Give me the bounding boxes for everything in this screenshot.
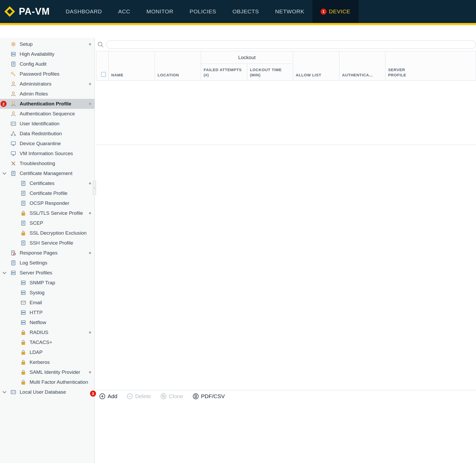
sidebar-item-local-user-database[interactable]: Local User Database: [0, 387, 94, 397]
column-header-server-profile[interactable]: SERVER PROFILE: [385, 51, 476, 81]
sidebar-item-kerberos[interactable]: Kerberos: [0, 357, 94, 367]
column-header-lockout-time[interactable]: LOCKOUT TIME (MIN): [247, 64, 293, 81]
sidebar-item-ssh-service-profile[interactable]: SSH Service Profile: [0, 238, 94, 248]
nav-tab-device[interactable]: 1 DEVICE: [312, 0, 359, 23]
clone-button[interactable]: Clone: [160, 393, 183, 399]
server-icon: [20, 280, 27, 286]
sidebar-item-certificate-profile[interactable]: Certificate Profile: [0, 188, 94, 198]
monitor-icon: [10, 141, 17, 146]
pdf-csv-button[interactable]: PDF/CSV: [193, 393, 225, 399]
status-dot: [89, 252, 91, 254]
delete-button[interactable]: Delete: [127, 393, 151, 399]
nav-tab-network[interactable]: NETWORK: [267, 0, 312, 23]
wrench-icon: [10, 161, 17, 166]
sidebar-item-tacacs[interactable]: TACACS+: [0, 337, 94, 347]
sidebar-item-certificate-management[interactable]: Certificate Management: [0, 168, 94, 178]
column-header-allow-list[interactable]: ALLOW LIST: [293, 51, 339, 81]
step-badge-3: 3: [90, 391, 96, 397]
sidebar-item-ssl-decryption-exclusion[interactable]: SSL Decryption Exclusion: [0, 228, 94, 238]
gear-icon: [10, 41, 17, 47]
sidebar-item-netflow[interactable]: Netflow: [0, 318, 94, 328]
doc-icon: [20, 200, 27, 206]
sidebar-item-setup[interactable]: Setup: [0, 39, 94, 49]
sidebar-item-vm-information-sources[interactable]: VM Information Sources: [0, 149, 94, 159]
sidebar-item-log-settings[interactable]: Log Settings: [0, 258, 94, 268]
add-button[interactable]: Add: [99, 393, 117, 399]
nav-tab-acc[interactable]: ACC: [110, 0, 138, 23]
chevron-down-icon[interactable]: [2, 391, 7, 393]
sidebar-item-troubleshooting[interactable]: Troubleshooting: [0, 159, 94, 168]
sidebar-item-data-redistribution[interactable]: Data Redistribution: [0, 129, 94, 139]
status-dot: [89, 83, 91, 85]
sidebar-item-high-availability[interactable]: High Availability: [0, 49, 94, 59]
sidebar-splitter-handle[interactable]: ‹: [93, 180, 96, 195]
auth-profile-table: NAME LOCATION Lockout ALLOW LIST AUTHENT…: [96, 51, 476, 81]
sidebar-item-authentication-profile[interactable]: Authentication Profile 2: [0, 99, 94, 109]
column-header-authentication[interactable]: AUTHENTICA...: [339, 51, 385, 81]
lock-icon: [20, 340, 27, 345]
sidebar-item-admin-roles[interactable]: Admin Roles: [0, 89, 94, 99]
status-dot: [89, 182, 91, 184]
sidebar-item-config-audit[interactable]: Config Audit: [0, 59, 94, 69]
sidebar: Setup High Availability Config Audit Pas…: [0, 38, 95, 463]
page-body: Setup High Availability Config Audit Pas…: [0, 38, 476, 463]
chevron-down-icon[interactable]: [2, 172, 7, 175]
clone-icon: [160, 393, 167, 399]
person-icon: [10, 101, 17, 107]
sidebar-item-ssl-tls-service-profile[interactable]: SSL/TLS Service Profile: [0, 208, 94, 218]
sidebar-item-administrators[interactable]: Administrators: [0, 79, 94, 89]
sidebar-item-server-profiles[interactable]: Server Profiles: [0, 268, 94, 278]
person-icon: [10, 91, 17, 97]
sidebar-item-ldap[interactable]: LDAP: [0, 347, 94, 357]
sidebar-item-snmp-trap[interactable]: SNMP Trap: [0, 278, 94, 288]
doc-icon: [20, 240, 27, 246]
sidebar-item-authentication-sequence[interactable]: Authentication Sequence: [0, 109, 94, 119]
sidebar-item-user-identification[interactable]: User Identification: [0, 119, 94, 129]
top-nav: DASHBOARD ACC MONITOR POLICIES OBJECTS N…: [58, 0, 359, 23]
server-icon: [20, 310, 27, 315]
lock-icon: [20, 210, 27, 216]
sidebar-item-device-quarantine[interactable]: Device Quarantine: [0, 139, 94, 149]
nav-tab-monitor[interactable]: MONITOR: [138, 0, 182, 23]
app-title: PA-VM: [19, 6, 50, 17]
chevron-down-icon[interactable]: [2, 272, 7, 274]
table-empty-body: [96, 81, 476, 145]
sidebar-item-http[interactable]: HTTP: [0, 308, 94, 318]
person-icon: [10, 111, 17, 117]
lock-icon: [20, 230, 27, 236]
column-header-failed-attempts[interactable]: FAILED ATTEMPTS (#): [201, 64, 247, 81]
status-dot: [89, 371, 91, 373]
sidebar-item-saml-identity-provider[interactable]: SAML Identity Provider: [0, 367, 94, 377]
status-dot: [89, 103, 91, 105]
lock-icon: [20, 379, 27, 385]
app-logo: PA-VM: [0, 0, 58, 23]
sidebar-item-password-profiles[interactable]: Password Profiles: [0, 69, 94, 79]
select-all-checkbox[interactable]: [101, 72, 106, 77]
doc-icon: [20, 190, 27, 196]
status-dot: [89, 43, 91, 45]
search-bar: [96, 38, 476, 51]
sidebar-item-radius[interactable]: RADIUS: [0, 328, 94, 337]
sidebar-item-response-pages[interactable]: Response Pages: [0, 248, 94, 258]
column-header-location[interactable]: LOCATION: [155, 51, 201, 81]
sidebar-item-scep[interactable]: SCEP: [0, 218, 94, 228]
nav-tab-objects[interactable]: OBJECTS: [224, 0, 267, 23]
sidebar-item-certificates[interactable]: Certificates: [0, 178, 94, 188]
server-icon: [20, 290, 27, 296]
sidebar-item-syslog[interactable]: Syslog: [0, 288, 94, 298]
nav-tab-dashboard[interactable]: DASHBOARD: [58, 0, 110, 23]
doc-icon: [10, 61, 17, 67]
search-input[interactable]: [106, 41, 476, 49]
status-dot: [89, 212, 91, 214]
sidebar-item-multi-factor-authentication[interactable]: Multi Factor Authentication: [0, 377, 94, 387]
server-icon: [20, 320, 27, 325]
page-icon: [10, 250, 17, 256]
nav-tab-policies[interactable]: POLICIES: [182, 0, 225, 23]
export-document-icon: [193, 393, 199, 399]
table-action-bar: 3 Add Delete: [96, 390, 476, 402]
card-icon: [10, 389, 17, 395]
person-icon: [10, 81, 17, 87]
sidebar-item-ocsp-responder[interactable]: OCSP Responder: [0, 198, 94, 208]
column-header-name[interactable]: NAME: [109, 51, 155, 81]
sidebar-item-email[interactable]: Email: [0, 298, 94, 308]
